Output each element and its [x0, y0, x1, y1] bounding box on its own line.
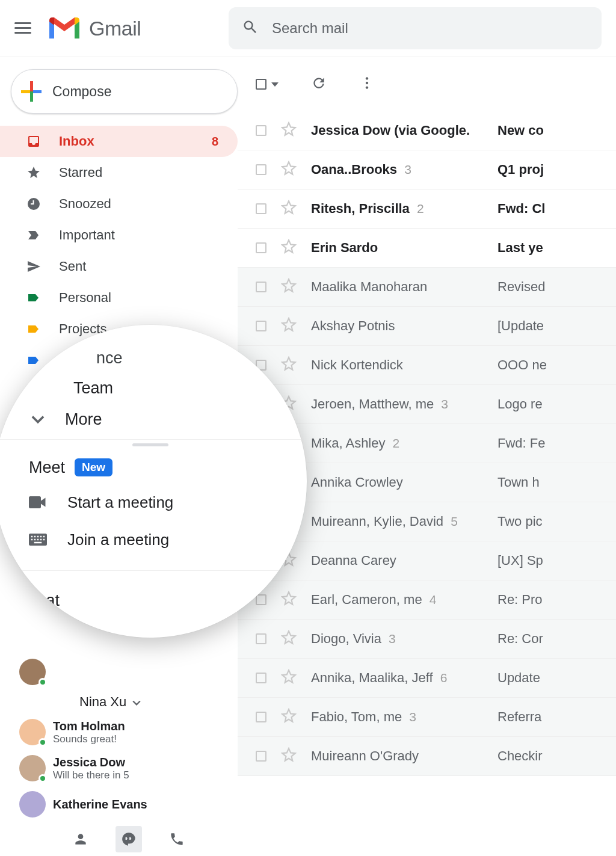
plus-icon — [21, 81, 42, 102]
row-sender: Erin Sardo — [311, 240, 497, 256]
email-row[interactable]: Nick KortendickOOO ne — [238, 346, 616, 385]
row-sender: Nick Kortendick — [311, 357, 497, 373]
row-star[interactable] — [281, 630, 297, 648]
email-row[interactable]: Muireann O'GradyCheckir — [238, 737, 616, 776]
nav-starred[interactable]: Starred — [0, 157, 238, 188]
compose-button[interactable]: Compose — [11, 69, 238, 114]
svg-rect-8 — [43, 536, 45, 538]
chat-name: Tom Holman — [53, 719, 125, 733]
nav-inbox[interactable]: Inbox 8 — [0, 126, 238, 157]
gmail-logo[interactable]: Gmail — [47, 16, 141, 41]
row-subject: Re: Cor — [497, 631, 543, 647]
row-sender: Akshay Potnis — [311, 318, 497, 334]
email-row[interactable]: Maalika ManoharanRevised — [238, 268, 616, 307]
clock-icon — [25, 196, 42, 212]
chat-contact[interactable]: Katherine Evans — [0, 786, 238, 822]
avatar — [19, 791, 46, 818]
svg-rect-14 — [34, 542, 42, 544]
toolbar — [238, 57, 616, 111]
chat-nina-label: Nina Xu — [79, 694, 126, 710]
row-star[interactable] — [281, 669, 297, 688]
row-subject: Checkir — [497, 748, 543, 764]
row-checkbox[interactable] — [256, 751, 266, 762]
email-row[interactable]: Earl, Cameron, me 4Re: Pro — [238, 580, 616, 620]
email-row[interactable]: Erin SardoLast ye — [238, 229, 616, 268]
email-row[interactable]: Deanna Carey[UX] Sp — [238, 541, 616, 580]
email-row[interactable]: Akshay Potnis[Update — [238, 307, 616, 346]
row-sender: Muireann O'Grady — [311, 748, 497, 764]
menu-icon[interactable] — [14, 22, 31, 34]
row-checkbox[interactable] — [256, 594, 266, 605]
chat-contact-nina[interactable]: Nina Xu — [0, 690, 238, 714]
email-row[interactable]: Annika, Maalika, Jeff 6Update — [238, 659, 616, 698]
chat-contact[interactable]: Jessica DowWill be there in 5 — [0, 750, 238, 786]
row-sender: Fabio, Tom, me 3 — [311, 709, 497, 725]
row-sender: Jeroen, Matthew, me 3 — [311, 396, 497, 412]
row-star[interactable] — [281, 591, 297, 609]
row-star[interactable] — [281, 708, 297, 727]
header: Gmail — [0, 0, 616, 57]
row-subject: Two pic — [497, 514, 543, 529]
chat-avatar-self[interactable] — [0, 654, 238, 690]
refresh-button[interactable] — [311, 75, 327, 94]
row-star[interactable] — [281, 122, 297, 140]
row-star[interactable] — [281, 239, 297, 257]
email-row[interactable]: Jessica Dow (via Google.New co — [238, 111, 616, 150]
mag-team[interactable]: Team — [0, 373, 307, 403]
row-star[interactable] — [281, 200, 297, 218]
row-subject: [Update — [497, 318, 544, 334]
email-row[interactable]: Jeroen, Matthew, me 3Logo re — [238, 385, 616, 424]
partial-word: nce — [96, 349, 123, 368]
search-input[interactable] — [272, 20, 588, 37]
phone-icon[interactable] — [164, 826, 190, 852]
row-checkbox[interactable] — [256, 164, 266, 175]
inbox-count: 8 — [212, 135, 218, 149]
row-checkbox[interactable] — [256, 125, 266, 136]
nav-snoozed[interactable]: Snoozed — [0, 188, 238, 220]
more-button[interactable] — [359, 75, 375, 94]
email-row[interactable]: Diogo, Vivia 3Re: Cor — [238, 620, 616, 659]
email-row[interactable]: Oana..Brooks 3Q1 proj — [238, 150, 616, 189]
meet-new-badge: New — [75, 458, 112, 476]
mag-more[interactable]: More — [0, 403, 307, 436]
avatar — [19, 719, 46, 745]
chat-contact[interactable]: Tom HolmanSounds great! — [0, 714, 238, 750]
nav-personal[interactable]: Personal — [0, 282, 238, 313]
row-subject: Referra — [497, 709, 541, 725]
row-checkbox[interactable] — [256, 673, 266, 683]
start-meeting[interactable]: Start a meeting — [0, 484, 307, 521]
chat-sub: Sounds great! — [53, 733, 125, 745]
row-checkbox[interactable] — [256, 321, 266, 331]
email-row[interactable]: Fabio, Tom, me 3Referra — [238, 698, 616, 737]
hangouts-icon[interactable] — [116, 826, 142, 852]
row-subject: [UX] Sp — [497, 553, 543, 568]
drag-handle[interactable] — [132, 443, 168, 446]
nav-snoozed-label: Snoozed — [59, 196, 111, 212]
row-sender: Jessica Dow (via Google. — [311, 123, 497, 138]
nav-sent[interactable]: Sent — [0, 251, 238, 282]
row-star[interactable] — [281, 317, 297, 336]
row-star[interactable] — [281, 747, 297, 766]
row-star[interactable] — [281, 161, 297, 179]
email-row[interactable]: Ritesh, Priscilla 2Fwd: Cl — [238, 189, 616, 229]
nav-inbox-label: Inbox — [59, 134, 94, 149]
nav-important[interactable]: Important — [0, 220, 238, 251]
svg-point-2 — [366, 86, 368, 88]
row-sender: Oana..Brooks 3 — [311, 162, 497, 177]
person-icon[interactable] — [67, 826, 94, 852]
row-subject: Fwd: Fe — [497, 436, 545, 451]
row-checkbox[interactable] — [256, 633, 266, 644]
meet-section-header: Meet New — [0, 451, 307, 484]
row-checkbox[interactable] — [256, 712, 266, 722]
row-checkbox[interactable] — [256, 242, 266, 253]
search-bar[interactable] — [229, 7, 602, 49]
svg-rect-7 — [40, 536, 42, 538]
row-checkbox[interactable] — [256, 282, 266, 292]
svg-point-0 — [366, 77, 368, 79]
join-meeting[interactable]: Join a meeting — [0, 521, 307, 558]
row-checkbox[interactable] — [256, 203, 266, 214]
row-star[interactable] — [281, 356, 297, 375]
row-star[interactable] — [281, 278, 297, 297]
select-all[interactable] — [256, 79, 279, 90]
row-sender: Ritesh, Priscilla 2 — [311, 201, 497, 217]
